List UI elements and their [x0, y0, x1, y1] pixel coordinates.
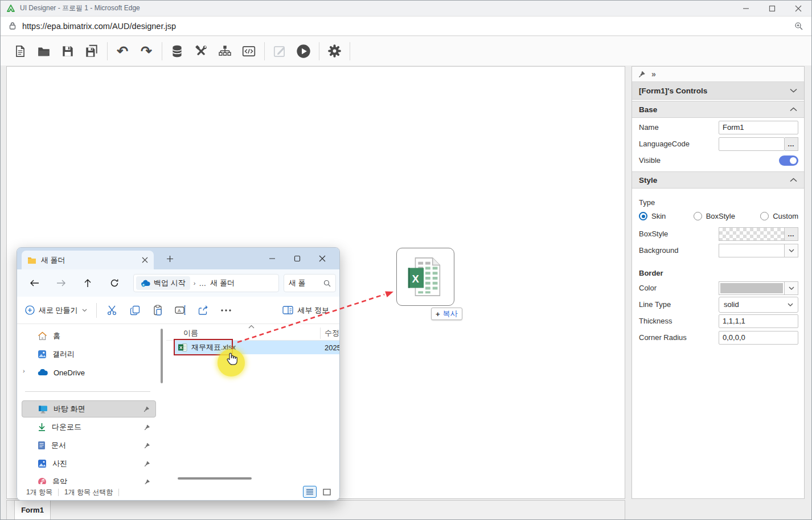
list-view-button[interactable] [303, 486, 317, 498]
languagecode-input[interactable] [719, 137, 785, 151]
refresh-icon[interactable] [105, 273, 124, 293]
backup-start-button[interactable]: 백업 시작 [136, 276, 190, 290]
background-swatch[interactable] [719, 244, 785, 257]
explorer-minimize-button[interactable] [260, 249, 285, 268]
explorer-close-button[interactable] [310, 249, 335, 268]
breadcrumb-ellipsis[interactable]: … [199, 279, 207, 288]
line-type-select[interactable]: solid [719, 297, 798, 313]
breadcrumb-folder[interactable]: 새 폴더 [210, 278, 235, 288]
up-icon[interactable] [78, 273, 97, 293]
cut-button[interactable] [101, 300, 124, 321]
visible-label: Visible [639, 156, 719, 165]
pin-icon[interactable] [638, 70, 646, 79]
form-tab-strip: Form1 [6, 500, 625, 520]
sidebar-scrollbar[interactable] [161, 329, 163, 383]
selected-count: 1개 항목 선택함 [64, 488, 113, 497]
sidebar-item-pictures[interactable]: 사진 [22, 455, 156, 472]
redo-button[interactable]: ↷ [136, 41, 157, 62]
copy-button[interactable] [124, 300, 146, 321]
column-divider[interactable] [320, 327, 321, 339]
boxstyle-swatch[interactable] [719, 227, 785, 241]
gallery-icon [38, 350, 47, 359]
pictures-icon [38, 459, 47, 468]
explorer-sidebar: 홈 갤러리 › OneDrive 바탕 화면 다운로드 [17, 324, 159, 484]
copy-drop-badge: + 복사 [431, 308, 462, 320]
controls-header[interactable]: [Form1]'s Controls [632, 82, 804, 100]
toolbar-separator [350, 42, 350, 60]
sidebar-item-onedrive[interactable]: OneDrive [22, 364, 156, 381]
border-color-swatch[interactable] [719, 281, 785, 295]
base-section-header[interactable]: Base [632, 101, 804, 118]
thickness-input[interactable] [719, 314, 798, 328]
hierarchy-button[interactable] [215, 41, 235, 62]
explorer-tabbar: 새 폴더 [17, 248, 339, 269]
name-input[interactable] [719, 121, 798, 134]
toolbar-separator [107, 42, 108, 60]
boxstyle-browse-button[interactable]: … [785, 227, 798, 241]
visible-toggle[interactable] [779, 155, 798, 166]
address-bar[interactable]: 백업 시작 › … 새 폴더 [133, 274, 279, 292]
sidebar-item-downloads[interactable]: 다운로드 [22, 419, 156, 436]
toolbar-separator [162, 42, 162, 60]
maximize-button[interactable] [759, 1, 785, 17]
column-modified[interactable]: 수정 [325, 328, 339, 338]
hand-cursor-icon [225, 351, 239, 367]
new-tab-icon[interactable] [166, 255, 174, 263]
url-bar[interactable]: https://epa.bimatrix.com/AUD/designer.js… [1, 17, 811, 36]
horizontal-scrollbar[interactable] [178, 477, 252, 480]
undo-button[interactable]: ↶ [112, 41, 133, 62]
settings-button[interactable] [324, 41, 345, 62]
new-file-button[interactable] [10, 41, 30, 62]
copy-label: 복사 [443, 309, 458, 319]
save-all-button[interactable] [81, 41, 102, 62]
corner-radius-label: Corner Radius [639, 333, 719, 342]
tab-form1[interactable]: Form1 [14, 501, 51, 519]
zoom-in-icon[interactable] [794, 22, 803, 31]
back-icon[interactable] [24, 273, 44, 293]
explorer-maximize-button[interactable] [285, 249, 310, 268]
designer-toolbar: ↶ ↷ [1, 36, 812, 65]
close-button[interactable] [785, 1, 811, 17]
background-dropdown-button[interactable] [785, 244, 798, 257]
radio-skin[interactable]: Skin [639, 212, 694, 220]
sidebar-item-desktop[interactable]: 바탕 화면 [22, 400, 156, 417]
content-view-button[interactable] [320, 486, 334, 498]
sidebar-item-documents[interactable]: 문서 [22, 437, 156, 454]
database-button[interactable] [167, 41, 187, 62]
forward-icon[interactable] [51, 273, 71, 293]
border-color-dropdown-button[interactable] [785, 281, 798, 295]
chevron-up-icon [790, 178, 797, 182]
thickness-label: Thickness [639, 317, 719, 325]
corner-radius-input[interactable] [719, 331, 798, 345]
home-icon [38, 331, 47, 341]
minimize-button[interactable] [733, 1, 759, 17]
new-item-button[interactable]: 새로 만들기 [25, 305, 87, 316]
search-icon [323, 280, 331, 287]
radio-boxstyle[interactable]: BoxStyle [694, 212, 761, 220]
file-modified-date: 2025 [325, 343, 340, 352]
tools-button[interactable] [191, 41, 211, 62]
run-button[interactable] [293, 41, 314, 62]
explorer-tab[interactable]: 새 폴더 [22, 251, 154, 269]
close-tab-icon[interactable] [142, 257, 148, 263]
sidebar-item-home[interactable]: 홈 [22, 327, 156, 345]
style-section-header[interactable]: Style [632, 171, 804, 189]
save-button[interactable] [58, 41, 78, 62]
radio-custom[interactable]: Custom [760, 212, 798, 220]
paste-button[interactable] [146, 300, 169, 321]
languagecode-browse-button[interactable]: … [785, 137, 798, 151]
plus-icon: + [436, 310, 440, 318]
code-button[interactable] [239, 41, 259, 62]
open-folder-button[interactable] [34, 41, 54, 62]
sidebar-item-gallery[interactable]: 갤러리 [22, 346, 156, 363]
url-text[interactable]: https://epa.bimatrix.com/AUD/designer.js… [22, 22, 794, 31]
more-options-icon[interactable] [215, 300, 237, 321]
file-explorer-window: 새 폴더 백업 시작 › … 새 폴더 새 폴 [17, 247, 340, 501]
sort-ascending-icon[interactable] [248, 325, 255, 329]
share-button[interactable] [192, 300, 215, 321]
column-name[interactable]: 이름 [183, 328, 198, 338]
details-pane-button[interactable]: 세부 정보 [282, 305, 329, 316]
collapse-panel-icon[interactable]: » [651, 69, 656, 79]
rename-button[interactable]: A [169, 300, 192, 321]
search-box[interactable]: 새 폴 [284, 274, 336, 292]
